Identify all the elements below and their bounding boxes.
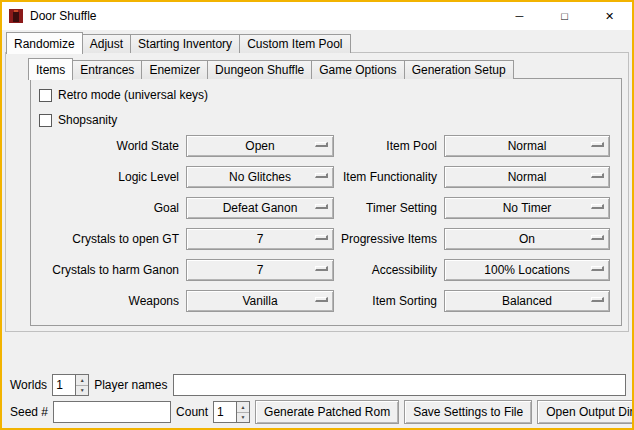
- dropdown-value: Normal: [508, 170, 547, 184]
- retro-mode-label: Retro mode (universal keys): [58, 88, 208, 102]
- label-logic-level: Logic Level: [31, 166, 179, 188]
- app-icon: [8, 8, 24, 24]
- titlebar: Door Shuffle ─ □ ✕: [2, 2, 632, 30]
- seed-input[interactable]: [53, 401, 171, 423]
- dropdown-value: 7: [257, 232, 264, 246]
- count-value[interactable]: 1: [213, 401, 236, 423]
- dropdown-crystals-open-gt[interactable]: 7: [186, 228, 334, 250]
- dropdown-indicator-icon: [591, 297, 604, 302]
- dropdown-crystals-harm-ganon[interactable]: 7: [186, 259, 334, 281]
- dropdown-value: Defeat Ganon: [223, 201, 298, 215]
- label-goal: Goal: [31, 197, 179, 219]
- tab-adjust[interactable]: Adjust: [82, 34, 131, 53]
- randomize-pane: Items Entrances Enemizer Dungeon Shuffle…: [5, 52, 629, 332]
- spin-down-icon[interactable]: ▼: [237, 412, 249, 423]
- dropdown-indicator-icon: [315, 173, 328, 178]
- dropdown-indicator-icon: [591, 173, 604, 178]
- label-timer-setting: Timer Setting: [341, 197, 437, 219]
- label-item-sorting: Item Sorting: [341, 290, 437, 312]
- tab-custom-item-pool[interactable]: Custom Item Pool: [239, 34, 350, 53]
- tab-randomize[interactable]: Randomize: [6, 32, 83, 54]
- label-world-state: World State: [31, 135, 179, 157]
- open-output-directory-button[interactable]: Open Output Directory: [537, 400, 632, 424]
- player-names-input[interactable]: [173, 374, 627, 396]
- label-accessibility: Accessibility: [341, 259, 437, 281]
- settings-grid: World State Open Item Pool Normal Logic …: [31, 135, 607, 312]
- worlds-spinner[interactable]: 1 ▲ ▼: [52, 374, 89, 396]
- maximize-icon[interactable]: □: [542, 2, 587, 30]
- items-pane: Retro mode (universal keys) Shopsanity W…: [30, 78, 622, 326]
- worlds-spin-buttons: ▲ ▼: [75, 374, 89, 396]
- dropdown-indicator-icon: [315, 235, 328, 240]
- label-weapons: Weapons: [31, 290, 179, 312]
- dropdown-value: Vanilla: [242, 294, 277, 308]
- dropdown-timer-setting[interactable]: No Timer: [444, 197, 610, 219]
- minimize-icon[interactable]: ─: [497, 2, 542, 30]
- dropdown-value: Normal: [508, 139, 547, 153]
- label-item-pool: Item Pool: [341, 135, 437, 157]
- dropdown-progressive-items[interactable]: On: [444, 228, 610, 250]
- dropdown-indicator-icon: [591, 235, 604, 240]
- count-spinner[interactable]: 1 ▲ ▼: [213, 401, 250, 423]
- generate-patched-rom-button[interactable]: Generate Patched Rom: [255, 400, 399, 424]
- window-title: Door Shuffle: [30, 9, 97, 23]
- dropdown-value: Balanced: [502, 294, 552, 308]
- dropdown-logic-level[interactable]: No Glitches: [186, 166, 334, 188]
- dropdown-item-functionality[interactable]: Normal: [444, 166, 610, 188]
- dropdown-value: Open: [245, 139, 274, 153]
- dropdown-indicator-icon: [315, 266, 328, 271]
- retro-mode-checkbox-box[interactable]: [39, 89, 52, 102]
- spacer: [2, 332, 632, 374]
- tab-game-options[interactable]: Game Options: [311, 60, 404, 79]
- dropdown-indicator-icon: [591, 204, 604, 209]
- dropdown-item-sorting[interactable]: Balanced: [444, 290, 610, 312]
- window: Door Shuffle ─ □ ✕ Randomize Adjust Star…: [0, 0, 634, 430]
- tab-items[interactable]: Items: [28, 58, 73, 80]
- dropdown-indicator-icon: [315, 297, 328, 302]
- client-area: Randomize Adjust Starting Inventory Cust…: [2, 30, 632, 428]
- dropdown-indicator-icon: [315, 142, 328, 147]
- dropdown-value: 7: [257, 263, 264, 277]
- dropdown-value: No Glitches: [229, 170, 291, 184]
- shopsanity-checkbox-box[interactable]: [39, 114, 52, 127]
- worlds-label: Worlds: [10, 378, 47, 392]
- window-controls: ─ □ ✕: [497, 2, 632, 30]
- dropdown-value: 100% Locations: [484, 263, 569, 277]
- label-progressive-items: Progressive Items: [341, 228, 437, 250]
- count-spin-buttons: ▲ ▼: [236, 401, 250, 423]
- shopsanity-label: Shopsanity: [58, 113, 117, 127]
- worlds-value[interactable]: 1: [52, 374, 75, 396]
- seed-label: Seed #: [10, 405, 48, 419]
- dropdown-accessibility[interactable]: 100% Locations: [444, 259, 610, 281]
- label-item-functionality: Item Functionality: [341, 166, 437, 188]
- tab-entrances[interactable]: Entrances: [72, 60, 142, 79]
- tab-starting-inventory[interactable]: Starting Inventory: [130, 34, 240, 53]
- dropdown-world-state[interactable]: Open: [186, 135, 334, 157]
- save-settings-button[interactable]: Save Settings to File: [404, 400, 532, 424]
- dropdown-indicator-icon: [591, 266, 604, 271]
- label-crystals-harm-ganon: Crystals to harm Ganon: [31, 259, 179, 281]
- dropdown-weapons[interactable]: Vanilla: [186, 290, 334, 312]
- tab-dungeon-shuffle[interactable]: Dungeon Shuffle: [207, 60, 312, 79]
- dropdown-item-pool[interactable]: Normal: [444, 135, 610, 157]
- dropdown-value: On: [519, 232, 535, 246]
- dropdown-goal[interactable]: Defeat Ganon: [186, 197, 334, 219]
- spin-up-icon[interactable]: ▲: [76, 375, 88, 385]
- primary-tab-bar: Randomize Adjust Starting Inventory Cust…: [6, 32, 632, 53]
- spin-up-icon[interactable]: ▲: [237, 402, 249, 412]
- dropdown-indicator-icon: [315, 204, 328, 209]
- checkbox-shopsanity[interactable]: Shopsanity: [39, 110, 607, 130]
- tab-enemizer[interactable]: Enemizer: [141, 60, 208, 79]
- spin-down-icon[interactable]: ▼: [76, 385, 88, 396]
- checkbox-retro-mode[interactable]: Retro mode (universal keys): [39, 85, 607, 105]
- label-crystals-open-gt: Crystals to open GT: [31, 228, 179, 250]
- secondary-tab-bar: Items Entrances Enemizer Dungeon Shuffle…: [28, 58, 628, 79]
- bottom-bar: Worlds 1 ▲ ▼ Player names Seed # Count 1: [2, 374, 632, 428]
- player-names-label: Player names: [94, 378, 167, 392]
- count-label: Count: [176, 405, 208, 419]
- tab-generation-setup[interactable]: Generation Setup: [404, 60, 514, 79]
- dropdown-indicator-icon: [591, 142, 604, 147]
- dropdown-value: No Timer: [503, 201, 552, 215]
- close-icon[interactable]: ✕: [587, 2, 632, 30]
